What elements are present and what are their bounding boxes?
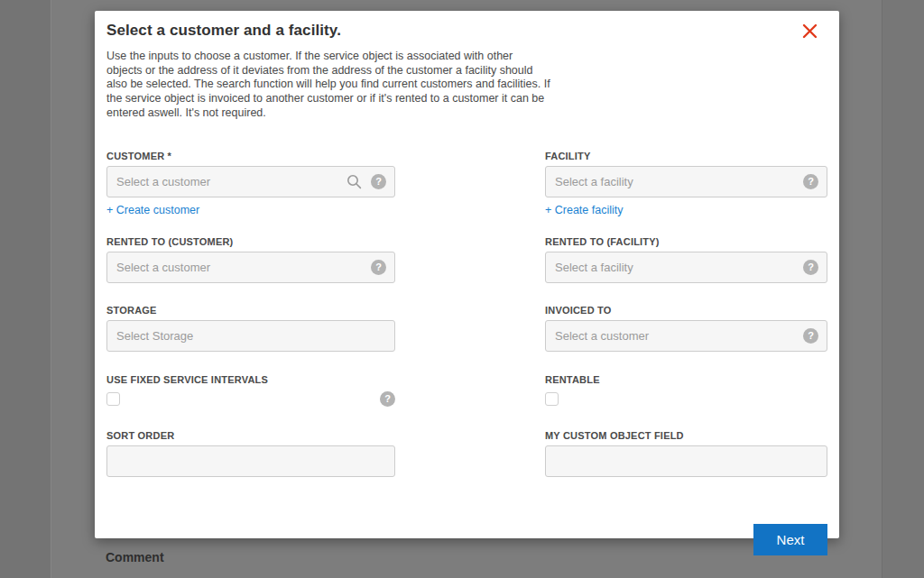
rented-to-customer-label: RENTED TO (CUSTOMER): [106, 236, 395, 247]
rented-to-customer-field-group: RENTED TO (CUSTOMER) ?: [106, 236, 395, 283]
invoiced-to-label: INVOICED TO: [545, 305, 827, 316]
sort-order-input[interactable]: [106, 445, 395, 477]
modal-description: Use the inputs to choose a customer. If …: [106, 50, 550, 121]
rentable-label: RENTABLE: [545, 374, 827, 385]
use-fixed-service-intervals-field-group: USE FIXED SERVICE INTERVALS ?: [106, 374, 395, 407]
invoiced-to-field-group: INVOICED TO ?: [545, 305, 827, 352]
my-custom-object-field-group: MY CUSTOM OBJECT FIELD: [545, 430, 827, 477]
storage-label: STORAGE: [106, 305, 395, 316]
search-icon[interactable]: [346, 174, 362, 189]
rented-to-facility-help-icon[interactable]: ?: [803, 260, 818, 275]
form-column-right: FACILITY ? + Create facility RENTED TO (…: [545, 151, 827, 477]
facility-field-group: FACILITY ? + Create facility: [545, 151, 827, 217]
facility-help-icon[interactable]: ?: [803, 174, 818, 189]
form-column-left: CUSTOMER * ? + Create customer: [106, 151, 395, 477]
create-facility-link[interactable]: + Create facility: [545, 205, 624, 216]
use-fixed-service-intervals-checkbox[interactable]: [106, 392, 120, 406]
customer-field-group: CUSTOMER * ? + Create customer: [106, 151, 395, 217]
rented-to-customer-help-icon[interactable]: ?: [371, 260, 386, 275]
invoiced-to-help-icon[interactable]: ?: [803, 328, 818, 344]
close-icon: [801, 29, 818, 42]
use-fixed-service-intervals-help-icon[interactable]: ?: [380, 391, 395, 407]
my-custom-object-field-label: MY CUSTOM OBJECT FIELD: [545, 430, 827, 441]
background-right-panel: [882, 0, 924, 578]
create-customer-link[interactable]: + Create customer: [106, 205, 199, 216]
storage-input[interactable]: [106, 320, 395, 352]
sort-order-field-group: SORT ORDER: [106, 430, 395, 477]
rentable-field-group: RENTABLE: [545, 374, 827, 407]
facility-input[interactable]: [545, 166, 827, 197]
facility-label: FACILITY: [545, 151, 827, 161]
rented-to-facility-input[interactable]: [545, 252, 827, 283]
customer-label: CUSTOMER *: [106, 151, 395, 161]
modal-form: CUSTOMER * ? + Create customer: [106, 151, 827, 477]
next-button[interactable]: Next: [753, 524, 827, 555]
rented-to-facility-field-group: RENTED TO (FACILITY) ?: [545, 236, 827, 283]
storage-field-group: STORAGE: [106, 305, 395, 352]
modal-title: Select a customer and a facility.: [106, 22, 341, 40]
select-customer-facility-modal: Select a customer and a facility. Use th…: [95, 11, 839, 538]
use-fixed-service-intervals-label: USE FIXED SERVICE INTERVALS: [106, 374, 395, 385]
rented-to-facility-label: RENTED TO (FACILITY): [545, 236, 827, 247]
rentable-checkbox[interactable]: [545, 392, 559, 406]
rented-to-customer-input[interactable]: [106, 252, 395, 283]
close-button[interactable]: [799, 21, 820, 41]
sort-order-label: SORT ORDER: [106, 430, 395, 441]
invoiced-to-input[interactable]: [545, 320, 827, 352]
customer-help-icon[interactable]: ?: [371, 174, 386, 189]
my-custom-object-field-input[interactable]: [545, 445, 827, 477]
modal-header: Select a customer and a facility.: [106, 22, 827, 41]
background-sidebar: [0, 0, 51, 578]
modal-footer: Next: [106, 524, 827, 555]
